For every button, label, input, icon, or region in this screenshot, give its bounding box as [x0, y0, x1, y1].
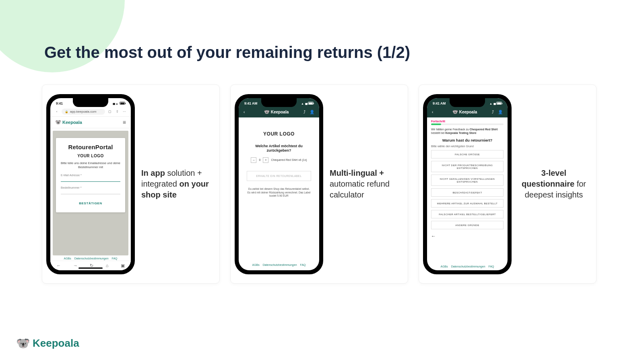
link-agb[interactable]: AGBs	[64, 257, 71, 260]
battery-icon	[308, 102, 314, 105]
reason-option[interactable]: ANDERE GRÜNDE	[431, 221, 504, 229]
signal-icon	[113, 101, 114, 105]
home-indicator	[78, 267, 103, 269]
reason-option[interactable]: FALSCHER ARTIKEL BESTELLT/GELIEFERT	[431, 210, 504, 218]
back-icon[interactable]: ‹	[54, 110, 59, 113]
order-field[interactable]: Bestellnummer *	[61, 186, 120, 194]
phone1-screen: 9:41 ‹ app.keepoala.com ▢ ⇧ ⋯	[50, 98, 131, 270]
clock: 9:41 AM	[244, 101, 257, 105]
get-label-button[interactable]: ERHALTE EIN RETOURENLABEL	[247, 171, 311, 181]
phone2-screen: 9:41 AM ‹ 🐨 Keepoala ⤴ 👤	[239, 98, 319, 270]
email-label: E-Mail Adresse *	[61, 174, 82, 177]
card-multilingual: 9:41 AM ‹ 🐨 Keepoala ⤴ 👤	[230, 84, 408, 284]
clock: 9:41	[56, 101, 63, 105]
caption-2: Multi-lingual + automatic refund calcula…	[327, 168, 404, 200]
link-agb[interactable]: AGBs	[440, 265, 448, 268]
card-in-app: 9:41 ‹ app.keepoala.com ▢ ⇧ ⋯	[42, 84, 220, 284]
signal-icon	[305, 101, 307, 105]
reason-option[interactable]: NICHT GEFALLEN/DEN VORSTELLUNGEN ENTSPRO…	[431, 175, 504, 186]
profile-icon[interactable]: 👤	[498, 110, 503, 114]
back-arrow-icon[interactable]: ←	[431, 233, 504, 239]
brand-footer: 🐨 Keepoala	[16, 337, 79, 350]
card-questionnaire: 9:41 AM ‹ 🐨 Keepoala ⤴ 👤	[419, 84, 597, 284]
url-text: app.keepoala.com	[70, 110, 96, 113]
portal-desc: Bitte teile uns deine Emailadresse und d…	[61, 161, 120, 169]
order-label: Bestellnummer *	[61, 186, 81, 189]
share-icon[interactable]: ⤴	[303, 110, 305, 114]
keepoala-logo: 🐨 Keepoala	[55, 119, 82, 125]
nav-fwd-icon[interactable]: →	[73, 263, 78, 268]
caption-3: 3-level questionnaire for deepest insigh…	[516, 168, 592, 200]
nav-tabs-icon[interactable]: ▣	[121, 263, 125, 268]
clock: 9:41 AM	[433, 101, 446, 105]
plus-button[interactable]: +	[263, 157, 268, 163]
reason-option[interactable]: FALSCHE GRÖSSE	[431, 150, 504, 158]
reason-option[interactable]: MEHRERE ARTIKEL ZUR AUSWAHL BESTELLT	[431, 199, 504, 208]
browser-bar: ‹ app.keepoala.com ▢ ⇧ ⋯	[50, 107, 131, 117]
koala-icon: 🐨	[264, 109, 270, 115]
address-bar[interactable]: app.keepoala.com	[62, 109, 105, 115]
nav-back-icon[interactable]: ←	[56, 263, 61, 268]
item-name: Chequered Red Shirt v6 (1x)	[271, 158, 307, 161]
more-icon[interactable]: ⋯	[122, 110, 127, 113]
phone3-screen: 9:41 AM ‹ 🐨 Keepoala ⤴ 👤	[427, 98, 508, 270]
brand-name: Keepoala	[33, 337, 79, 350]
app-bar: ‹ 🐨 Keepoala ⤴ 👤	[239, 107, 319, 117]
link-agb[interactable]: AGBs	[252, 263, 259, 266]
your-logo-placeholder: YOUR LOGO	[244, 131, 314, 137]
option-list: FALSCHE GRÖSSE NICHT DER PRODUKTBESCHREI…	[431, 150, 504, 229]
link-privacy[interactable]: Datenschutzbestimmungen	[74, 257, 109, 260]
question-sub: Bitte wähle den wichtigsten Grund	[431, 145, 504, 148]
link-privacy[interactable]: Datenschutzbestimmungen	[451, 265, 485, 268]
notch	[261, 98, 297, 107]
link-faq[interactable]: FAQ	[300, 263, 306, 266]
card-row: 9:41 ‹ app.keepoala.com ▢ ⇧ ⋯	[42, 84, 597, 284]
wifi-icon	[301, 101, 304, 105]
hamburger-icon[interactable]: ≡	[123, 119, 126, 125]
keepoala-logo: 🐨 Keepoala	[452, 109, 477, 115]
share-up-icon[interactable]: ⇧	[115, 110, 120, 113]
notch	[450, 98, 485, 107]
profile-icon[interactable]: 👤	[310, 110, 314, 114]
koala-icon: 🐨	[16, 337, 30, 350]
koala-icon: 🐨	[452, 109, 458, 115]
question-heading: Warum hast du retourniert?	[431, 138, 504, 142]
phone-mock-2: 9:41 AM ‹ 🐨 Keepoala ⤴ 👤	[235, 94, 323, 274]
minus-button[interactable]: −	[251, 157, 256, 163]
your-logo-placeholder: YOUR LOGO	[61, 154, 120, 158]
share-icon[interactable]: ⤴	[492, 110, 494, 114]
koala-icon: 🐨	[55, 119, 61, 125]
quantity-value: 0	[256, 158, 263, 161]
link-privacy[interactable]: Datenschutzbestimmungen	[263, 263, 297, 266]
quantity-stepper[interactable]: − 0 +	[251, 157, 268, 163]
notch	[73, 98, 108, 107]
link-faq[interactable]: FAQ	[112, 257, 118, 260]
brand-row: 🐨 Keepoala ≡	[50, 117, 131, 128]
reason-option[interactable]: BESCHÄDIGT/DEFEKT	[431, 188, 504, 197]
portal-hero: RetourenPortal YOUR LOGO Bitte teile uns…	[53, 131, 128, 255]
reason-option[interactable]: NICHT DER PRODUKTBESCHREIBUNG ENTSPROCHE…	[431, 161, 504, 172]
portal-title: RetourenPortal	[61, 144, 120, 150]
item-row: − 0 + Chequered Red Shirt v6 (1x)	[244, 157, 314, 163]
back-icon[interactable]: ‹	[432, 110, 438, 114]
footer-links: AGBs Datenschutzbestimmungen FAQ	[239, 263, 319, 266]
progress-label: Fortschritt	[431, 120, 504, 123]
back-icon[interactable]: ‹	[244, 110, 249, 114]
background-blob	[0, 0, 125, 72]
email-field[interactable]: E-Mail Adresse *	[61, 173, 120, 182]
confirm-button[interactable]: BESTÄTIGEN	[61, 202, 120, 205]
phone-mock-3: 9:41 AM ‹ 🐨 Keepoala ⤴ 👤	[423, 94, 512, 274]
nav-home-icon[interactable]: ⌂	[106, 263, 109, 268]
footer-links: AGBs Datenschutzbestimmungen FAQ	[50, 257, 131, 260]
wifi-icon	[116, 101, 118, 105]
reader-icon[interactable]: ▢	[107, 110, 112, 113]
phone3-body: Fortschritt Wir hätten gerne Feedback zu…	[427, 117, 508, 239]
keepoala-logo: 🐨 Keepoala	[264, 109, 289, 115]
signal-icon	[493, 101, 495, 105]
lock-icon	[65, 110, 68, 113]
link-faq[interactable]: FAQ	[489, 265, 494, 268]
caption-1: In app solution + integrated on your sho…	[139, 168, 215, 200]
app-bar: ‹ 🐨 Keepoala ⤴ 👤	[427, 107, 508, 117]
phone-mock-1: 9:41 ‹ app.keepoala.com ▢ ⇧ ⋯	[46, 94, 135, 274]
battery-icon	[496, 102, 502, 105]
